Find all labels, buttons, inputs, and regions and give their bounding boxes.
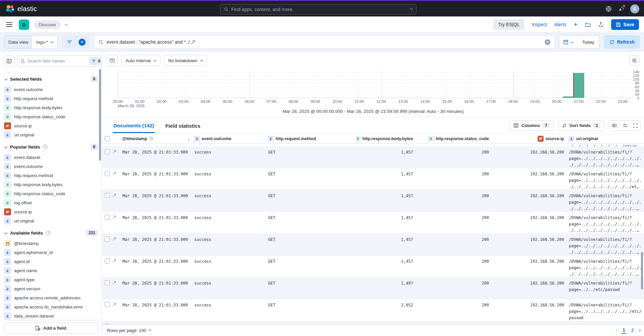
elastic-logo[interactable]: elastic bbox=[6, 4, 37, 13]
field-filter-button[interactable]: 0 bbox=[89, 57, 103, 65]
query-clear-icon[interactable]: ✕ bbox=[545, 39, 550, 45]
filter-funnel-icon[interactable] bbox=[64, 37, 75, 48]
row-checkbox[interactable] bbox=[105, 258, 110, 263]
query-input[interactable]: event.dataset : "apache.access" and *../… bbox=[94, 35, 555, 49]
field-item-agent.id[interactable]: kagent.id bbox=[3, 257, 98, 266]
field-item-http.request.method[interactable]: khttp.request.method bbox=[3, 94, 98, 103]
hide-chart-button[interactable] bbox=[106, 55, 118, 66]
row-checkbox[interactable] bbox=[105, 193, 110, 198]
grid-scrollbar[interactable] bbox=[641, 252, 643, 290]
field-item-http.response.body.bytes[interactable]: #http.response.body.bytes bbox=[3, 180, 98, 189]
expand-document-icon[interactable] bbox=[112, 215, 116, 219]
new-session-plus-icon[interactable]: + bbox=[574, 21, 578, 29]
share-export-icon[interactable] bbox=[598, 22, 604, 28]
grid-header-source.ip[interactable]: IPsource.ip bbox=[492, 136, 567, 142]
field-item-url.original[interactable]: kurl.original bbox=[3, 216, 98, 225]
field-search-input[interactable] bbox=[28, 58, 87, 64]
pagination-page-1[interactable]: 1 bbox=[622, 327, 626, 334]
field-section-header[interactable]: Selected fields6 bbox=[5, 76, 98, 82]
rows-per-page-button[interactable]: Rows per page: 100 bbox=[107, 328, 151, 333]
field-item-event.outcome[interactable]: kevent.outcome bbox=[3, 85, 98, 94]
expand-document-icon[interactable] bbox=[112, 302, 116, 307]
grid-header-http.response.status_code[interactable]: #http.response.status_code bbox=[416, 136, 492, 142]
row-checkbox[interactable] bbox=[105, 280, 110, 285]
time-range-today-button[interactable]: Today bbox=[577, 40, 599, 45]
menu-hamburger-icon[interactable] bbox=[6, 21, 12, 28]
histogram-bar[interactable] bbox=[574, 73, 584, 98]
field-item-source.ip[interactable]: IPsource.ip bbox=[3, 207, 98, 216]
histogram-bar[interactable] bbox=[563, 96, 573, 98]
field-item-event.outcome[interactable]: kevent.outcome bbox=[3, 162, 98, 171]
row-density-icon[interactable] bbox=[609, 121, 620, 131]
field-item-data_stream.dataset[interactable]: kdata_stream.dataset bbox=[3, 311, 98, 320]
field-item-event.dataset[interactable]: kevent.dataset bbox=[3, 153, 98, 162]
help-icon[interactable] bbox=[605, 6, 612, 12]
row-checkbox[interactable] bbox=[105, 302, 110, 307]
pagination-page-2[interactable]: 2 bbox=[630, 327, 635, 333]
row-checkbox[interactable] bbox=[105, 237, 110, 242]
breadcrumb-chevron-down-icon[interactable] bbox=[64, 22, 68, 26]
expand-document-icon[interactable] bbox=[112, 259, 116, 263]
field-item-apache.access.tls_handshake.error[interactable]: kapache.access.tls_handshake.error bbox=[3, 302, 98, 311]
row-checkbox[interactable] bbox=[105, 149, 110, 154]
field-item-http.response.status_code[interactable]: #http.response.status_code bbox=[3, 189, 98, 198]
global-search-input[interactable]: Find apps, content, and more. ^/ bbox=[220, 4, 416, 14]
grid-header-url.original[interactable]: kurl.original bbox=[567, 136, 644, 142]
field-section-header[interactable]: Popular fields?8 bbox=[5, 144, 98, 150]
save-button[interactable]: Save bbox=[611, 19, 639, 30]
sort-descending-icon[interactable]: ↓ bbox=[188, 136, 190, 141]
row-checkbox[interactable] bbox=[105, 171, 110, 176]
expand-document-icon[interactable] bbox=[112, 193, 116, 198]
user-avatar[interactable]: E bbox=[630, 4, 639, 13]
refresh-button[interactable]: Refresh bbox=[604, 35, 640, 49]
field-item-agent.type[interactable]: kagent.type bbox=[3, 275, 98, 284]
field-item-source.ip[interactable]: IPsource.ip bbox=[3, 121, 98, 130]
tab-field-statistics[interactable]: Field statistics bbox=[165, 119, 201, 132]
expand-document-icon[interactable] bbox=[112, 150, 116, 154]
field-item-http.response.status_code[interactable]: #http.response.status_code bbox=[3, 112, 98, 121]
columns-button[interactable]: Columns 7 bbox=[509, 120, 553, 131]
field-item-http.response.body.bytes[interactable]: #http.response.body.bytes bbox=[3, 103, 98, 112]
expand-document-icon[interactable] bbox=[112, 237, 116, 241]
sort-fields-button[interactable]: Sort fields 1 bbox=[558, 120, 604, 131]
field-section-header[interactable]: Available fields?231 bbox=[5, 230, 98, 236]
grid-header-http.response.body.bytes[interactable]: #http.response.body.bytes bbox=[357, 136, 416, 142]
space-avatar[interactable]: D bbox=[19, 19, 29, 30]
expand-document-icon[interactable] bbox=[112, 171, 116, 176]
field-item-agent.version[interactable]: kagent.version bbox=[3, 284, 98, 293]
grid-header-event.outcome[interactable]: kevent.outcome bbox=[192, 136, 266, 142]
breakdown-select[interactable]: No breakdown bbox=[164, 55, 207, 66]
histogram-plot-area[interactable] bbox=[118, 72, 634, 98]
breadcrumb[interactable]: Discover bbox=[34, 20, 61, 29]
fullscreen-icon[interactable] bbox=[630, 121, 640, 131]
alerts-link[interactable]: Alerts bbox=[554, 22, 566, 27]
field-item-agent.ephemeral_id[interactable]: kagent.ephemeral_id bbox=[3, 248, 98, 257]
pagination-next-icon[interactable]: › bbox=[639, 327, 641, 333]
grid-header-@timestamp[interactable]: @timestamp↓ bbox=[120, 136, 192, 141]
data-view-value-button[interactable]: logs-* bbox=[32, 36, 57, 48]
try-esql-button[interactable]: Try ES|QL bbox=[493, 19, 525, 30]
add-filter-button[interactable]: + bbox=[77, 37, 88, 48]
calendar-button[interactable] bbox=[559, 36, 577, 48]
pagination-previous-icon[interactable]: ‹ bbox=[616, 327, 617, 333]
field-item-log.offset[interactable]: #log.offset bbox=[3, 198, 98, 207]
add-field-button[interactable]: Add a field bbox=[4, 323, 98, 334]
sidebar-scrollbar[interactable] bbox=[99, 69, 101, 161]
field-item-http.request.method[interactable]: khttp.request.method bbox=[3, 171, 98, 180]
field-item-agent.name[interactable]: kagent.name bbox=[3, 266, 98, 275]
expand-document-icon[interactable] bbox=[112, 281, 116, 285]
interval-select[interactable]: Auto interval bbox=[121, 55, 160, 66]
row-checkbox[interactable] bbox=[105, 215, 110, 220]
edit-visualization-lens-icon[interactable] bbox=[629, 55, 640, 66]
collapse-sidebar-button[interactable] bbox=[3, 55, 14, 67]
whats-new-party-popper-icon[interactable] bbox=[618, 6, 624, 12]
field-item-apache.access.remote_addresses[interactable]: kapache.access.remote_addresses bbox=[3, 293, 98, 302]
open-folder-icon[interactable] bbox=[585, 22, 591, 28]
grid-header-http.request.method[interactable]: khttp.request.method bbox=[266, 136, 357, 142]
field-item-@timestamp[interactable]: @timestamp bbox=[3, 239, 98, 248]
field-item-url.original[interactable]: kurl.original bbox=[3, 130, 98, 139]
inspect-link[interactable]: Inspect bbox=[532, 22, 547, 27]
tab-documents[interactable]: Documents (142) bbox=[113, 118, 155, 133]
select-all-checkbox[interactable] bbox=[105, 136, 110, 141]
grid-settings-sliders-icon[interactable] bbox=[620, 121, 630, 131]
